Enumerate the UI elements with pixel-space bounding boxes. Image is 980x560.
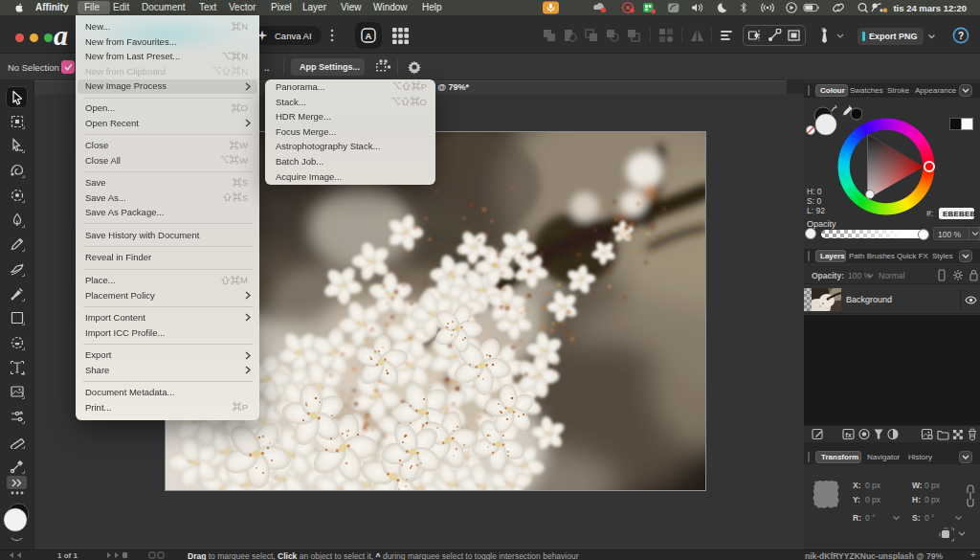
svg-text:A: A [366, 31, 372, 41]
svg-text:tis 24 mars 12:20: tis 24 mars 12:20 [893, 3, 967, 13]
svg-text:fx: fx [845, 431, 852, 439]
svg-text:?: ? [958, 31, 964, 41]
svg-text:1 of 1: 1 of 1 [57, 551, 78, 559]
